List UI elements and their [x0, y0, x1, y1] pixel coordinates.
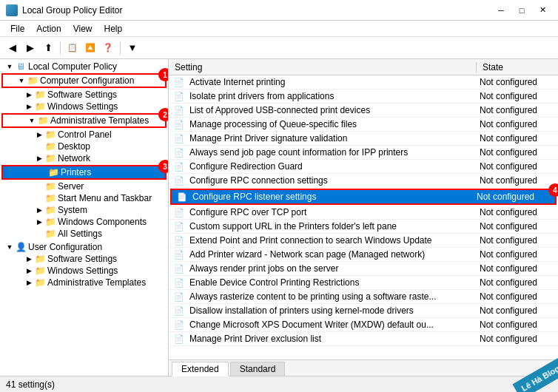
folder-icon: 📁 [44, 217, 56, 227]
toolbar-separator-2 [120, 41, 121, 55]
printers-wrapper: 📁 Printers 3 [0, 164, 168, 180]
toggle-icon: ▶ [34, 205, 44, 215]
menu-action[interactable]: Action [30, 22, 67, 36]
list-row[interactable]: 📄 Configure RPC connection settings Not … [169, 174, 558, 188]
toggle-icon: ▶ [24, 254, 34, 264]
list-row[interactable]: 📄 Configure RPC over TCP port Not config… [169, 206, 558, 220]
up-button[interactable]: ⬆ [40, 40, 56, 56]
list-row[interactable]: 📄 Always send job page count information… [169, 146, 558, 160]
tree-item-windows-components[interactable]: ▶ 📁 Windows Components [0, 216, 168, 228]
folder-icon: 📁 [44, 193, 56, 203]
filter-button[interactable]: ▼ [124, 40, 141, 56]
tree-label: Windows Settings [47, 101, 118, 112]
tab-extended[interactable]: Extended [172, 362, 229, 376]
tab-bar: Extended Standard [169, 359, 558, 376]
folder-icon: 📁 [47, 167, 59, 178]
num-badge-1: 1 [158, 68, 169, 81]
close-button[interactable]: ✕ [533, 4, 552, 17]
help-button[interactable]: ❓ [100, 40, 116, 56]
list-row[interactable]: 📄 Isolate print drivers from application… [169, 89, 558, 104]
menu-help[interactable]: Help [98, 22, 129, 36]
list-row[interactable]: 📄 Disallow installation of printers usin… [169, 304, 558, 318]
tree-item-computer-configuration[interactable]: ▼ 📁 Computer Configuration 1 [1, 73, 167, 88]
setting-state: Not configured [477, 77, 558, 87]
setting-state: Not configured [477, 235, 558, 246]
tree-item-software-settings-cc[interactable]: ▶ 📁 Software Settings [0, 89, 168, 101]
tree-label: Control Panel [58, 129, 112, 140]
list-row[interactable]: 📄 Always rasterize content to be printin… [169, 290, 558, 304]
toggle-icon: ▶ [34, 129, 44, 140]
tree-item-printers[interactable]: 📁 Printers 3 [1, 165, 167, 180]
setting-state: Not configured [477, 133, 558, 143]
tree-label: Computer Configuration [40, 75, 134, 86]
setting-name: Enable Device Control Printing Restricti… [189, 277, 477, 288]
policy-icon: 📄 [172, 132, 186, 144]
tree-label: Network [58, 153, 90, 163]
status-text: 41 setting(s) [6, 379, 55, 390]
tree-label: Local Computer Policy [28, 61, 117, 72]
tree-item-user-configuration[interactable]: ▼ 👤 User Configuration [0, 241, 168, 253]
setting-state: Not configured [477, 277, 558, 288]
policy-icon: 📄 [172, 220, 186, 232]
tree-item-start-menu[interactable]: 📁 Start Menu and Taskbar [0, 192, 168, 204]
list-row[interactable]: 📄 Change Microsoft XPS Document Writer (… [169, 318, 558, 332]
policy-icon: 📄 [172, 160, 186, 172]
toolbar-separator-1 [60, 41, 61, 55]
toggle-icon: ▶ [24, 89, 34, 100]
list-row[interactable]: 📄 Enable Device Control Printing Restric… [169, 276, 558, 290]
toggle-icon: ▼ [4, 61, 15, 72]
tab-standard[interactable]: Standard [230, 362, 286, 376]
menu-bar: File Action View Help [0, 21, 558, 37]
show-hide-button[interactable]: 📋 [64, 40, 81, 56]
policy-icon: 📄 [172, 263, 186, 274]
list-row-selected[interactable]: 📄 Configure RPC listener settings Not co… [170, 189, 557, 205]
col-header-setting: Setting [169, 62, 477, 72]
computer-config-wrapper: ▼ 📁 Computer Configuration 1 [0, 72, 168, 89]
tree-label: Desktop [58, 141, 90, 152]
folder-icon: 📁 [34, 89, 46, 100]
list-row[interactable]: 📄 Always render print jobs on the server… [169, 262, 558, 276]
list-row[interactable]: 📄 Custom support URL in the Printers fol… [169, 220, 558, 234]
menu-view[interactable]: View [67, 22, 98, 36]
list-row[interactable]: 📄 Manage processing of Queue-specific fi… [169, 118, 558, 132]
setting-state: Not configured [477, 91, 558, 101]
list-row[interactable]: 📄 Activate Internet printing Not configu… [169, 75, 558, 89]
tree-item-control-panel[interactable]: ▶ 📁 Control Panel [0, 129, 168, 141]
list-row[interactable]: 📄 List of Approved USB-connected print d… [169, 104, 558, 118]
tree-item-software-settings-uc[interactable]: ▶ 📁 Software Settings [0, 253, 168, 265]
list-row[interactable]: 📄 Configure Redirection Guard Not config… [169, 160, 558, 174]
tree-item-desktop[interactable]: 📁 Desktop [0, 141, 168, 152]
setting-name: Disallow installation of printers using … [189, 305, 477, 316]
title-bar-left: Local Group Policy Editor [6, 4, 122, 16]
tree-item-admin-templates[interactable]: ▼ 📁 Administrative Templates 2 [1, 113, 167, 128]
list-row[interactable]: 📄 Extend Point and Print connection to s… [169, 234, 558, 248]
policy-icon: 📄 [172, 319, 186, 331]
tree-label: Server [58, 181, 84, 192]
tree-item-server[interactable]: 📁 Server [0, 180, 168, 192]
list-row[interactable]: 📄 Manage Print Driver exclusion list Not… [169, 332, 558, 346]
tree-item-windows-settings-cc[interactable]: ▶ 📁 Windows Settings [0, 101, 168, 112]
tree-item-admin-templates-uc[interactable]: ▶ 📁 Administrative Templates [0, 277, 168, 288]
properties-button[interactable]: 🔼 [82, 40, 98, 56]
tree-item-windows-settings-uc[interactable]: ▶ 📁 Windows Settings [0, 265, 168, 277]
back-button[interactable]: ◀ [4, 40, 21, 56]
policy-icon: 📄 [172, 333, 186, 345]
menu-file[interactable]: File [4, 22, 30, 36]
list-row[interactable]: 📄 Add Printer wizard - Network scan page… [169, 248, 558, 262]
tree-item-system[interactable]: ▶ 📁 System [0, 204, 168, 216]
setting-state: Not configured [477, 161, 558, 172]
minimize-button[interactable]: ─ [491, 4, 511, 17]
setting-name: Activate Internet printing [189, 77, 477, 87]
window-controls: ─ □ ✕ [491, 4, 552, 17]
tree-item-all-settings[interactable]: 📁 All Settings [0, 228, 168, 240]
setting-state: Not configured [474, 192, 555, 202]
tree-item-network[interactable]: ▶ 📁 Network [0, 152, 168, 164]
setting-name: Always rasterize content to be printing … [189, 291, 477, 302]
tree-item-local-computer-policy[interactable]: ▼ 🖥 Local Computer Policy [0, 61, 168, 72]
maximize-button[interactable]: □ [512, 4, 531, 17]
list-row[interactable]: 📄 Manage Print Driver signature validati… [169, 132, 558, 146]
setting-name: Configure RPC over TCP port [189, 207, 477, 217]
main-content: ▼ 🖥 Local Computer Policy ▼ 📁 Computer C… [0, 59, 558, 376]
setting-state: Not configured [477, 207, 558, 217]
forward-button[interactable]: ▶ [22, 40, 38, 56]
